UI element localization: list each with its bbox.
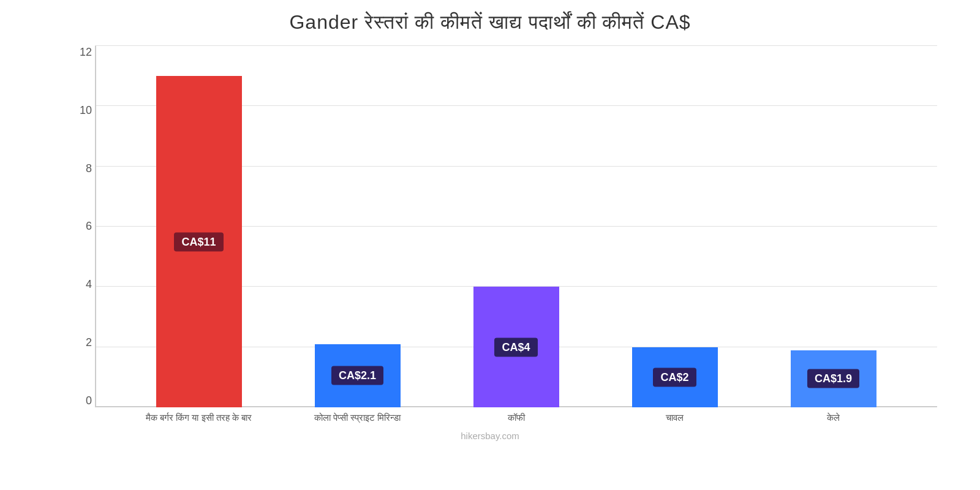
bar-value-mcburger: CA$11 xyxy=(174,232,223,251)
watermark: hikersbay.com xyxy=(461,431,519,441)
x-label-mcburger: मैक बर्गर किंग या इसी तरह के बार xyxy=(119,407,278,444)
bar-group-banana: CA$1.9 xyxy=(754,46,913,407)
y-label-0: 0 xyxy=(86,394,92,407)
bar-group-rice: CA$2 xyxy=(595,46,754,407)
x-label-rice: चावल xyxy=(595,407,754,444)
y-label-2: 2 xyxy=(86,336,92,349)
bar-group-coffee: CA$4 xyxy=(437,46,595,407)
bar-coffee: CA$4 xyxy=(473,287,559,407)
bar-value-coffee: CA$4 xyxy=(494,337,537,356)
bar-mcburger: CA$11 xyxy=(156,76,242,407)
y-label-4: 4 xyxy=(86,278,92,291)
chart-title: Gander रेस्तरां की कीमतें खाद्य पदार्थों… xyxy=(289,11,690,34)
y-label-12: 12 xyxy=(80,46,92,59)
bar-value-rice: CA$2 xyxy=(653,368,696,386)
bar-group-mcburger: CA$11 xyxy=(119,46,278,407)
bar-cola: CA$2.1 xyxy=(315,344,401,407)
bar-value-cola: CA$2.1 xyxy=(331,366,383,385)
chart-area: 12 10 8 6 4 2 0 CA$11 xyxy=(37,46,943,444)
chart-container: Gander रेस्तरां की कीमतें खाद्य पदार्थों… xyxy=(0,0,980,490)
bar-group-cola: CA$2.1 xyxy=(278,46,437,407)
y-label-6: 6 xyxy=(86,220,92,233)
bar-value-banana: CA$1.9 xyxy=(807,369,859,388)
x-label-banana: केले xyxy=(754,407,913,444)
y-label-10: 10 xyxy=(80,104,92,117)
y-label-8: 8 xyxy=(86,162,92,175)
y-axis: 12 10 8 6 4 2 0 xyxy=(74,46,92,407)
bar-rice: CA$2 xyxy=(632,347,718,407)
x-label-cola: कोला पेप्सी स्प्राइट मिरिन्डा xyxy=(278,407,437,444)
bars-area: CA$11 CA$2.1 CA$4 CA$2 xyxy=(95,46,937,407)
bar-banana: CA$1.9 xyxy=(791,350,876,407)
